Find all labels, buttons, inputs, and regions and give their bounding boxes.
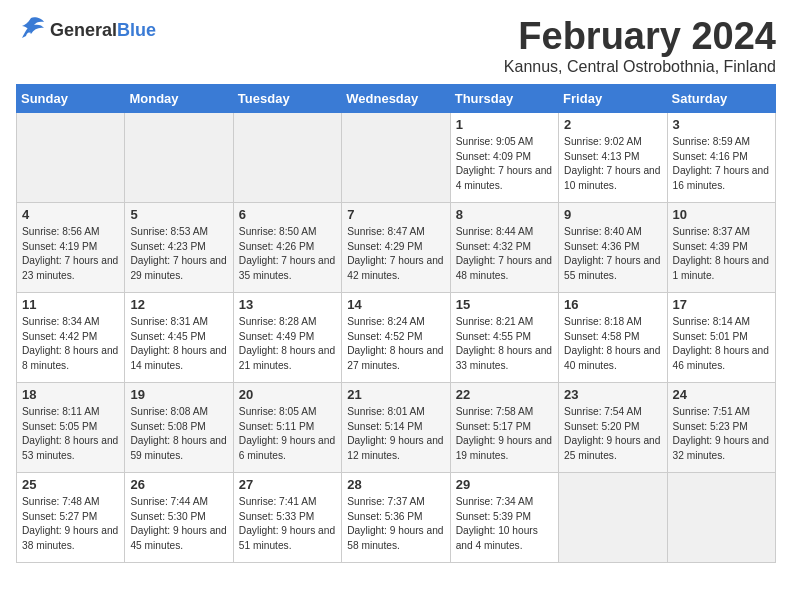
calendar-cell: 17Sunrise: 8:14 AMSunset: 5:01 PMDayligh… <box>667 292 775 382</box>
calendar-cell: 9Sunrise: 8:40 AMSunset: 4:36 PMDaylight… <box>559 202 667 292</box>
weekday-header-saturday: Saturday <box>667 84 775 112</box>
calendar-cell: 3Sunrise: 8:59 AMSunset: 4:16 PMDaylight… <box>667 112 775 202</box>
calendar-cell: 2Sunrise: 9:02 AMSunset: 4:13 PMDaylight… <box>559 112 667 202</box>
day-number: 24 <box>673 387 770 402</box>
calendar-cell <box>233 112 341 202</box>
day-details: Sunrise: 8:50 AMSunset: 4:26 PMDaylight:… <box>239 225 336 284</box>
day-details: Sunrise: 7:37 AMSunset: 5:36 PMDaylight:… <box>347 495 444 554</box>
day-details: Sunrise: 8:14 AMSunset: 5:01 PMDaylight:… <box>673 315 770 374</box>
day-details: Sunrise: 8:05 AMSunset: 5:11 PMDaylight:… <box>239 405 336 464</box>
day-details: Sunrise: 8:44 AMSunset: 4:32 PMDaylight:… <box>456 225 553 284</box>
day-number: 29 <box>456 477 553 492</box>
day-number: 8 <box>456 207 553 222</box>
day-details: Sunrise: 8:37 AMSunset: 4:39 PMDaylight:… <box>673 225 770 284</box>
day-number: 14 <box>347 297 444 312</box>
header: GeneralBlue February 2024 Kannus, Centra… <box>16 16 776 76</box>
day-number: 5 <box>130 207 227 222</box>
day-details: Sunrise: 8:59 AMSunset: 4:16 PMDaylight:… <box>673 135 770 194</box>
day-number: 4 <box>22 207 119 222</box>
calendar-cell: 16Sunrise: 8:18 AMSunset: 4:58 PMDayligh… <box>559 292 667 382</box>
day-details: Sunrise: 9:02 AMSunset: 4:13 PMDaylight:… <box>564 135 661 194</box>
day-details: Sunrise: 8:56 AMSunset: 4:19 PMDaylight:… <box>22 225 119 284</box>
day-details: Sunrise: 8:08 AMSunset: 5:08 PMDaylight:… <box>130 405 227 464</box>
day-number: 10 <box>673 207 770 222</box>
day-details: Sunrise: 7:54 AMSunset: 5:20 PMDaylight:… <box>564 405 661 464</box>
calendar-cell: 12Sunrise: 8:31 AMSunset: 4:45 PMDayligh… <box>125 292 233 382</box>
calendar-cell: 25Sunrise: 7:48 AMSunset: 5:27 PMDayligh… <box>17 472 125 562</box>
calendar-cell: 8Sunrise: 8:44 AMSunset: 4:32 PMDaylight… <box>450 202 558 292</box>
logo-text: GeneralBlue <box>50 20 156 41</box>
day-details: Sunrise: 8:40 AMSunset: 4:36 PMDaylight:… <box>564 225 661 284</box>
calendar-cell: 26Sunrise: 7:44 AMSunset: 5:30 PMDayligh… <box>125 472 233 562</box>
day-number: 21 <box>347 387 444 402</box>
logo-general: General <box>50 20 117 40</box>
calendar-cell <box>17 112 125 202</box>
day-number: 12 <box>130 297 227 312</box>
calendar-cell: 28Sunrise: 7:37 AMSunset: 5:36 PMDayligh… <box>342 472 450 562</box>
month-title: February 2024 <box>504 16 776 58</box>
calendar-week-row: 11Sunrise: 8:34 AMSunset: 4:42 PMDayligh… <box>17 292 776 382</box>
calendar-cell: 18Sunrise: 8:11 AMSunset: 5:05 PMDayligh… <box>17 382 125 472</box>
day-details: Sunrise: 8:53 AMSunset: 4:23 PMDaylight:… <box>130 225 227 284</box>
calendar-week-row: 18Sunrise: 8:11 AMSunset: 5:05 PMDayligh… <box>17 382 776 472</box>
day-number: 25 <box>22 477 119 492</box>
day-number: 2 <box>564 117 661 132</box>
day-details: Sunrise: 8:11 AMSunset: 5:05 PMDaylight:… <box>22 405 119 464</box>
day-details: Sunrise: 8:21 AMSunset: 4:55 PMDaylight:… <box>456 315 553 374</box>
calendar-cell <box>125 112 233 202</box>
weekday-header-sunday: Sunday <box>17 84 125 112</box>
logo-icon <box>16 16 46 44</box>
day-number: 3 <box>673 117 770 132</box>
day-details: Sunrise: 8:31 AMSunset: 4:45 PMDaylight:… <box>130 315 227 374</box>
day-number: 11 <box>22 297 119 312</box>
day-number: 9 <box>564 207 661 222</box>
day-details: Sunrise: 7:34 AMSunset: 5:39 PMDaylight:… <box>456 495 553 554</box>
calendar-cell: 27Sunrise: 7:41 AMSunset: 5:33 PMDayligh… <box>233 472 341 562</box>
day-number: 15 <box>456 297 553 312</box>
day-details: Sunrise: 8:24 AMSunset: 4:52 PMDaylight:… <box>347 315 444 374</box>
day-number: 20 <box>239 387 336 402</box>
logo: GeneralBlue <box>16 16 156 44</box>
day-number: 23 <box>564 387 661 402</box>
weekday-header-monday: Monday <box>125 84 233 112</box>
calendar-cell: 10Sunrise: 8:37 AMSunset: 4:39 PMDayligh… <box>667 202 775 292</box>
day-details: Sunrise: 7:51 AMSunset: 5:23 PMDaylight:… <box>673 405 770 464</box>
calendar-cell <box>342 112 450 202</box>
day-details: Sunrise: 8:28 AMSunset: 4:49 PMDaylight:… <box>239 315 336 374</box>
location-title: Kannus, Central Ostrobothnia, Finland <box>504 58 776 76</box>
calendar-cell <box>559 472 667 562</box>
weekday-header-tuesday: Tuesday <box>233 84 341 112</box>
calendar-cell: 24Sunrise: 7:51 AMSunset: 5:23 PMDayligh… <box>667 382 775 472</box>
calendar-week-row: 4Sunrise: 8:56 AMSunset: 4:19 PMDaylight… <box>17 202 776 292</box>
day-details: Sunrise: 9:05 AMSunset: 4:09 PMDaylight:… <box>456 135 553 194</box>
calendar-cell <box>667 472 775 562</box>
weekday-header-row: SundayMondayTuesdayWednesdayThursdayFrid… <box>17 84 776 112</box>
logo-blue: Blue <box>117 20 156 40</box>
calendar-week-row: 25Sunrise: 7:48 AMSunset: 5:27 PMDayligh… <box>17 472 776 562</box>
calendar-cell: 19Sunrise: 8:08 AMSunset: 5:08 PMDayligh… <box>125 382 233 472</box>
day-number: 1 <box>456 117 553 132</box>
day-number: 18 <box>22 387 119 402</box>
calendar-cell: 21Sunrise: 8:01 AMSunset: 5:14 PMDayligh… <box>342 382 450 472</box>
calendar-cell: 1Sunrise: 9:05 AMSunset: 4:09 PMDaylight… <box>450 112 558 202</box>
day-number: 28 <box>347 477 444 492</box>
calendar-cell: 29Sunrise: 7:34 AMSunset: 5:39 PMDayligh… <box>450 472 558 562</box>
calendar-week-row: 1Sunrise: 9:05 AMSunset: 4:09 PMDaylight… <box>17 112 776 202</box>
day-number: 19 <box>130 387 227 402</box>
calendar-cell: 15Sunrise: 8:21 AMSunset: 4:55 PMDayligh… <box>450 292 558 382</box>
day-details: Sunrise: 8:01 AMSunset: 5:14 PMDaylight:… <box>347 405 444 464</box>
day-details: Sunrise: 7:48 AMSunset: 5:27 PMDaylight:… <box>22 495 119 554</box>
calendar-cell: 7Sunrise: 8:47 AMSunset: 4:29 PMDaylight… <box>342 202 450 292</box>
day-number: 26 <box>130 477 227 492</box>
calendar-cell: 14Sunrise: 8:24 AMSunset: 4:52 PMDayligh… <box>342 292 450 382</box>
calendar-cell: 11Sunrise: 8:34 AMSunset: 4:42 PMDayligh… <box>17 292 125 382</box>
weekday-header-thursday: Thursday <box>450 84 558 112</box>
calendar-cell: 13Sunrise: 8:28 AMSunset: 4:49 PMDayligh… <box>233 292 341 382</box>
day-details: Sunrise: 8:47 AMSunset: 4:29 PMDaylight:… <box>347 225 444 284</box>
day-details: Sunrise: 8:18 AMSunset: 4:58 PMDaylight:… <box>564 315 661 374</box>
title-area: February 2024 Kannus, Central Ostrobothn… <box>504 16 776 76</box>
day-number: 13 <box>239 297 336 312</box>
day-number: 7 <box>347 207 444 222</box>
day-number: 6 <box>239 207 336 222</box>
weekday-header-wednesday: Wednesday <box>342 84 450 112</box>
